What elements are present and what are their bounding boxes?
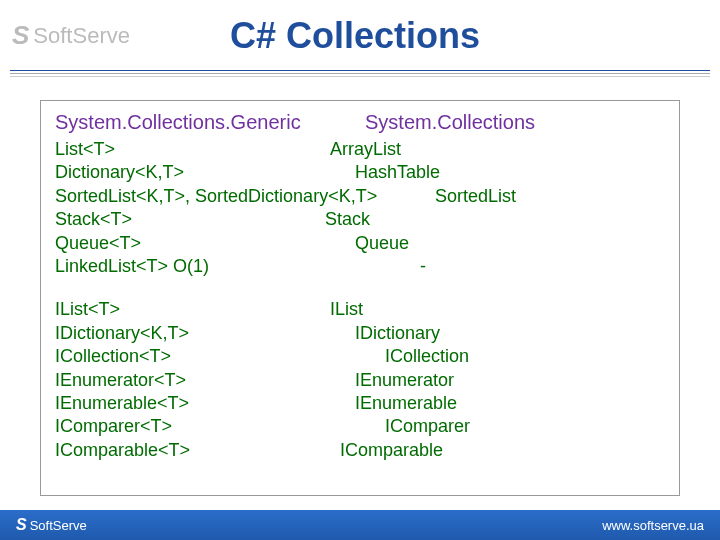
cell-right: IComparable (340, 439, 443, 462)
cell-left: LinkedList<T> O(1) (55, 255, 420, 278)
cell-left: IDictionary<K,T> (55, 322, 355, 345)
slide-title: C# Collections (230, 15, 480, 57)
table-row: IComparer<T>IComparer (55, 415, 665, 438)
divider-lines (10, 70, 710, 80)
cell-right: IEnumerable (355, 392, 457, 415)
content-box: System.Collections.Generic System.Collec… (40, 100, 680, 496)
table-row: LinkedList<T> O(1)- (55, 255, 665, 278)
table-row: Queue<T>Queue (55, 232, 665, 255)
cell-right: ArrayList (330, 138, 401, 161)
cell-right: - (420, 255, 426, 278)
cell-left: Stack<T> (55, 208, 325, 231)
header-nongeneric: System.Collections (365, 111, 665, 134)
cell-right: IComparer (385, 415, 470, 438)
table-row: IList<T>IList (55, 298, 665, 321)
cell-left: List<T> (55, 138, 330, 161)
cell-left: IEnumerator<T> (55, 369, 355, 392)
table-row: IEnumerator<T>IEnumerator (55, 369, 665, 392)
cell-right: ICollection (385, 345, 469, 368)
cell-left: ICollection<T> (55, 345, 385, 368)
table-row: List<T>ArrayList (55, 138, 665, 161)
cell-left: IComparable<T> (55, 439, 340, 462)
brand-icon: S (12, 20, 29, 51)
row-spacer (55, 278, 665, 298)
table-row: ICollection<T>ICollection (55, 345, 665, 368)
cell-right: Queue (355, 232, 409, 255)
table-row: SortedList<K,T>, SortedDictionary<K,T>So… (55, 185, 665, 208)
table-row: Dictionary<K,T>HashTable (55, 161, 665, 184)
table-row: IComparable<T>IComparable (55, 439, 665, 462)
cell-right: Stack (325, 208, 370, 231)
cell-left: IEnumerable<T> (55, 392, 355, 415)
table-row: Stack<T>Stack (55, 208, 665, 231)
cell-right: IEnumerator (355, 369, 454, 392)
brand-logo-top: S SoftServe (12, 20, 130, 51)
table-row: IEnumerable<T>IEnumerable (55, 392, 665, 415)
footer-logo: S SoftServe (16, 516, 87, 534)
footer-brand-name: SoftServe (30, 518, 87, 533)
cell-right: IList (330, 298, 363, 321)
cell-left: Queue<T> (55, 232, 355, 255)
rows-container: List<T>ArrayListDictionary<K,T>HashTable… (55, 138, 665, 462)
slide-header: S SoftServe C# Collections (0, 0, 720, 80)
table-row: IDictionary<K,T>IDictionary (55, 322, 665, 345)
column-headers: System.Collections.Generic System.Collec… (55, 111, 665, 134)
cell-left: IList<T> (55, 298, 330, 321)
cell-right: SortedList (435, 185, 516, 208)
cell-left: IComparer<T> (55, 415, 385, 438)
footer-url: www.softserve.ua (602, 518, 704, 533)
cell-left: SortedList<K,T>, SortedDictionary<K,T> (55, 185, 435, 208)
header-generic: System.Collections.Generic (55, 111, 365, 134)
brand-name: SoftServe (33, 23, 130, 49)
cell-right: HashTable (355, 161, 440, 184)
cell-left: Dictionary<K,T> (55, 161, 355, 184)
cell-right: IDictionary (355, 322, 440, 345)
footer-bar: S SoftServe www.softserve.ua (0, 510, 720, 540)
footer-brand-icon: S (16, 516, 27, 534)
